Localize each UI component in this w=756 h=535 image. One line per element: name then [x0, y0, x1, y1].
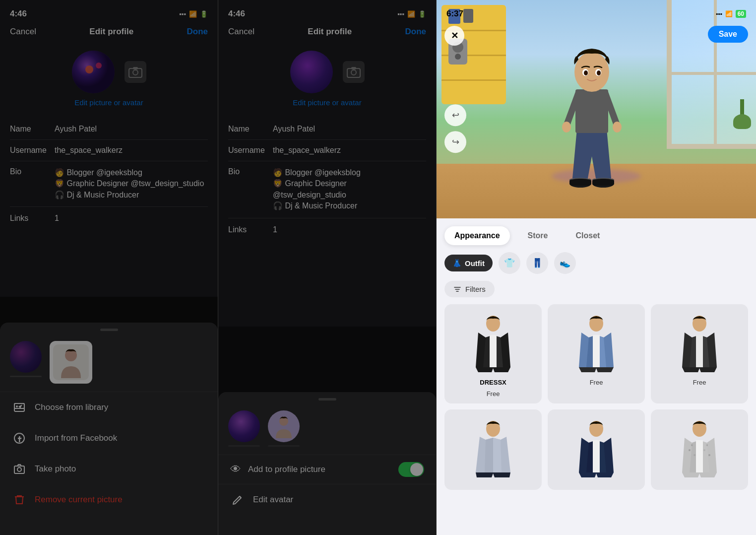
outfit-card-6[interactable] — [651, 409, 748, 490]
outfit-card-2[interactable]: Free — [548, 304, 645, 403]
edit-picture-link-2[interactable]: Edit picture or avatar — [293, 98, 361, 107]
svg-rect-37 — [593, 440, 600, 472]
cancel-button-2[interactable]: Cancel — [228, 27, 254, 37]
tab-appearance[interactable]: Appearance — [444, 226, 510, 245]
tab-indicator-photo — [10, 376, 42, 377]
filters-label: Filters — [465, 285, 486, 293]
shoes-button[interactable]: 👟 — [554, 252, 576, 274]
avatar-tab-inner — [53, 344, 89, 380]
edit-picture-link-1[interactable]: Edit picture or avatar — [74, 98, 143, 107]
tab-row: Appearance Store Closet — [444, 226, 748, 245]
battery-icon: 🔋 — [200, 10, 208, 18]
edit-avatar-option[interactable]: Edit avatar — [218, 484, 436, 515]
remove-picture-option[interactable]: Remove current picture — [0, 484, 218, 515]
photo-tab-2-avatar-circle — [268, 410, 300, 442]
outfit-card-5[interactable] — [548, 409, 645, 490]
bio-label-1: Bio — [10, 167, 55, 176]
profile-photo-2[interactable] — [290, 51, 333, 93]
bottom-sheet-1: Choose from library Import from Facebook — [0, 323, 218, 535]
tab-indicator-2-avatar — [268, 445, 300, 447]
svg-rect-28 — [569, 179, 591, 186]
trash-icon — [12, 492, 27, 507]
photo-tabs-2 — [218, 410, 436, 455]
tab-closet[interactable]: Closet — [566, 226, 610, 245]
svg-point-20 — [562, 122, 571, 133]
status-time-2: 4:46 — [228, 9, 245, 19]
profile-avatars-1 — [72, 51, 146, 93]
form-row-links-1: Links 1 — [10, 207, 208, 230]
camera-icon — [12, 462, 27, 476]
tab-store[interactable]: Store — [518, 226, 558, 245]
outfit-card-4[interactable] — [444, 409, 542, 490]
signal-icon-2: ▪▪▪ — [397, 10, 404, 18]
outfit-figure-4 — [468, 415, 518, 480]
pants-icon: 👖 — [532, 258, 543, 268]
profile-avatars-2 — [290, 51, 365, 93]
import-facebook-label: Import from Facebook — [35, 433, 117, 443]
profile-section-1: Edit picture or avatar — [0, 43, 218, 119]
outfit-figure-3 — [675, 310, 724, 375]
panel-1: 4:46 ▪▪▪ 📶 🔋 Cancel Edit profile Done — [0, 0, 218, 535]
svg-point-39 — [689, 449, 691, 451]
svg-point-21 — [613, 122, 622, 133]
photo-tab-avatar[interactable] — [50, 341, 92, 384]
photo-tab-photo[interactable] — [10, 341, 42, 384]
redo-button[interactable]: ↪ — [444, 131, 466, 153]
outfit-icon: 👗 — [452, 259, 462, 268]
close-button[interactable]: ✕ — [444, 26, 464, 46]
outfit-label: Outfit — [465, 259, 485, 268]
outfit-card-1[interactable]: DRESSX Free — [444, 304, 542, 403]
avatar-menu-inner: 👁 Add to profile picture Edit avatar — [218, 392, 436, 535]
outfit-button[interactable]: 👗 Outfit — [444, 255, 493, 271]
filter-icon — [453, 285, 461, 293]
outfit-card-3[interactable]: Free — [651, 304, 748, 403]
avatar-icon-2[interactable] — [343, 61, 365, 83]
nav-title-1: Edit profile — [89, 27, 133, 37]
toggle-knob — [410, 463, 423, 476]
done-button-1[interactable]: Done — [187, 27, 208, 37]
form-row-bio-1: Bio 🧑 Blogger @igeeksblog🦁 Graphic Desig… — [10, 161, 208, 207]
form-row-links-2: Links 1 — [228, 218, 426, 241]
svg-point-42 — [708, 454, 710, 456]
done-button-2[interactable]: Done — [405, 27, 426, 37]
undo-button[interactable]: ↩ — [444, 104, 466, 126]
pencil-icon — [230, 492, 245, 507]
name-value-1[interactable]: Ayush Patel — [55, 125, 208, 134]
take-photo-label: Take photo — [35, 464, 76, 474]
form-row-name-1: Name Ayush Patel — [10, 119, 208, 140]
toggle-switch[interactable] — [398, 462, 424, 477]
form-section-1: Name Ayush Patel Username the_space_walk… — [0, 119, 218, 230]
status-icons-3: ▪▪▪ 📶 60 — [716, 10, 746, 18]
photo-tab-2-circle — [228, 410, 260, 442]
outfit-figure-1 — [468, 310, 518, 375]
links-count-1[interactable]: 1 — [55, 214, 208, 223]
take-photo-option[interactable]: Take photo — [0, 454, 218, 484]
links-label-2: Links — [228, 225, 273, 234]
bio-label-2: Bio — [228, 167, 273, 176]
cancel-button-1[interactable]: Cancel — [10, 27, 36, 37]
choose-library-option[interactable]: Choose from library — [0, 392, 218, 423]
username-value-2[interactable]: the_space_walkerz — [273, 146, 426, 155]
outfit-figure-2 — [571, 310, 621, 375]
svg-point-1 — [85, 66, 93, 73]
profile-photo-1[interactable] — [72, 51, 115, 93]
bio-value-1[interactable]: 🧑 Blogger @igeeksblog🦁 Graphic Designer … — [55, 167, 208, 201]
status-icons-1: ▪▪▪ 📶 🔋 — [179, 10, 208, 18]
svg-rect-15 — [351, 67, 356, 69]
speaker-tweeter — [455, 54, 461, 60]
username-value-1[interactable]: the_space_walkerz — [55, 146, 208, 155]
links-count-2[interactable]: 1 — [273, 225, 426, 234]
save-button[interactable]: Save — [708, 26, 748, 43]
battery-icon-2: 🔋 — [418, 10, 426, 18]
filters-button[interactable]: Filters — [444, 281, 495, 297]
avatar-figure — [547, 20, 636, 189]
photo-tab-2-avatar[interactable] — [268, 410, 300, 447]
import-facebook-option[interactable]: Import from Facebook — [0, 423, 218, 454]
bio-value-2[interactable]: 🧑 Blogger @igeeksblog🦁 Graphic Designer@… — [273, 167, 426, 212]
name-value-2[interactable]: Ayush Patel — [273, 125, 426, 134]
shirt-button[interactable]: 👕 — [499, 252, 520, 274]
photo-tab-2-photo[interactable] — [228, 410, 260, 447]
avatar-icon-1[interactable] — [125, 61, 146, 83]
name-label-1: Name — [10, 125, 55, 134]
pants-button[interactable]: 👖 — [526, 252, 548, 274]
